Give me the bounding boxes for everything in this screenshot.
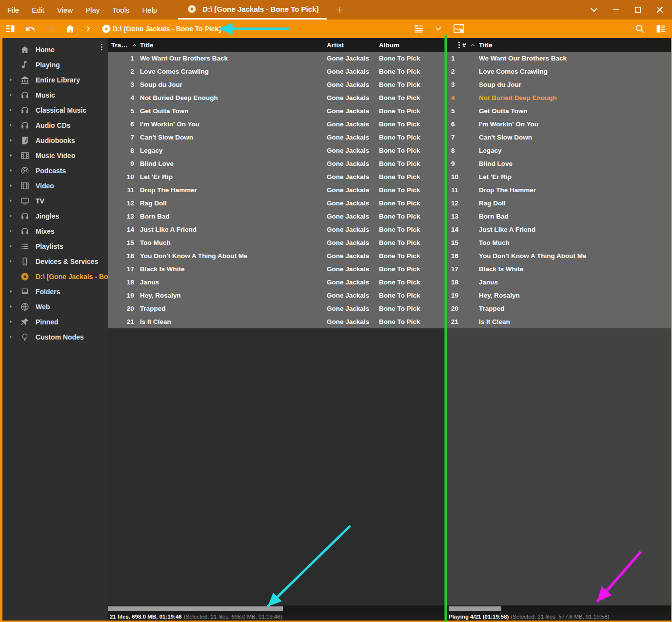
caret-right-icon[interactable] (9, 78, 13, 82)
table-row[interactable]: 21 Is It Clean Gone Jackals Bone To Pick (108, 315, 445, 328)
table-row[interactable]: 14 Just Like A Friend (447, 223, 671, 236)
table-row[interactable]: 10 Let 'Er Rip Gone Jackals Bone To Pick (108, 170, 445, 183)
redo-icon[interactable] (45, 23, 56, 34)
sidebar-item[interactable]: Web (2, 299, 108, 314)
sidebar-item[interactable]: Playing (2, 57, 108, 72)
caret-right-icon[interactable] (9, 244, 13, 248)
scrollbar-thumb[interactable] (449, 606, 501, 611)
column-header-title[interactable]: Title (479, 38, 493, 52)
undo-icon[interactable] (25, 23, 36, 34)
table-row[interactable]: 7 Can't Slow Down Gone Jackals Bone To P… (108, 131, 445, 144)
caret-right-icon[interactable] (9, 183, 13, 188)
caret-right-icon[interactable] (9, 168, 13, 173)
table-row[interactable]: 5 Get Outta Town Gone Jackals Bone To Pi… (108, 104, 445, 118)
sidebar-item[interactable]: TV (2, 193, 108, 208)
table-row[interactable]: 2 Love Comes Crawling (447, 65, 671, 78)
disc-icon[interactable] (101, 23, 112, 34)
caret-right-icon[interactable] (9, 335, 13, 339)
right-horizontal-scrollbar[interactable] (447, 605, 671, 612)
breadcrumb[interactable]: D:\ [Gone Jackals - Bone To Pick] (113, 25, 221, 33)
sidebar-item[interactable]: Audiobooks (2, 133, 108, 148)
sidebar-item[interactable]: Audio CDs (2, 118, 108, 133)
table-row[interactable]: 16 You Don't Know A Thing About Me Gone … (108, 249, 445, 262)
search-icon[interactable] (634, 23, 645, 34)
table-row[interactable]: 13 Born Bad Gone Jackals Bone To Pick (108, 210, 445, 223)
caret-right-icon[interactable] (9, 153, 13, 158)
table-row[interactable]: 3 Soup du Jour Gone Jackals Bone To Pick (108, 78, 445, 91)
minimize-icon[interactable] (612, 5, 620, 14)
sidebar-item[interactable]: Home (2, 42, 108, 57)
sidebar-item[interactable]: Custom Nodes (2, 329, 108, 344)
menu-play[interactable]: Play (79, 0, 106, 20)
caret-right-icon[interactable] (9, 320, 13, 324)
caret-right-icon[interactable] (9, 304, 13, 309)
menu-tools[interactable]: Tools (106, 0, 136, 20)
columns-icon[interactable] (655, 23, 666, 34)
caret-right-icon[interactable] (9, 138, 13, 142)
column-header-number[interactable]: # (462, 38, 475, 52)
home-icon[interactable] (65, 23, 76, 34)
table-row[interactable]: 17 Black Is White (447, 262, 671, 276)
caret-right-icon[interactable] (9, 214, 13, 218)
table-row[interactable]: 1 We Want Our Brothers Back Gone Jackals… (108, 52, 445, 65)
caret-right-icon[interactable] (9, 123, 13, 127)
table-row[interactable]: 4 Not Buried Deep Enough Gone Jackals Bo… (108, 91, 445, 104)
caret-right-icon[interactable] (9, 93, 13, 97)
sidebar-item[interactable]: Jingles (2, 208, 108, 223)
caret-right-icon[interactable] (9, 108, 13, 112)
chevron-down-icon[interactable] (590, 5, 598, 14)
table-row[interactable]: 13 Born Bad (447, 210, 671, 223)
close-icon[interactable] (655, 5, 664, 14)
table-row[interactable]: 11 Drop The Hammer (447, 183, 671, 197)
column-header-title[interactable]: Title (136, 41, 324, 49)
sql-icon[interactable]: SQL (453, 22, 465, 35)
panel-toggle-icon[interactable] (5, 23, 16, 34)
column-header-artist[interactable]: Artist (324, 41, 376, 49)
list-layout-icon[interactable] (414, 23, 424, 34)
chevron-right-icon[interactable] (85, 25, 92, 32)
table-row[interactable]: 21 Is It Clean (447, 315, 671, 328)
caret-right-icon[interactable] (9, 289, 13, 294)
sidebar-item[interactable]: Entire Library (2, 72, 108, 87)
table-row[interactable]: 1 We Want Our Brothers Back (447, 52, 671, 65)
caret-right-icon[interactable] (9, 229, 13, 233)
sidebar-item[interactable]: Podcasts (2, 163, 108, 178)
caret-right-icon[interactable] (9, 259, 13, 263)
table-row[interactable]: 8 Legacy Gone Jackals Bone To Pick (108, 144, 445, 157)
sidebar-item[interactable]: Video (2, 178, 108, 193)
sidebar-item[interactable]: Folders (2, 284, 108, 299)
kebab-icon[interactable] (98, 43, 106, 51)
table-row[interactable]: 6 I'm Workin' On You (447, 118, 671, 131)
sidebar-item[interactable]: Music (2, 87, 108, 102)
table-row[interactable]: 10 Let 'Er Rip (447, 170, 671, 183)
column-header-track[interactable]: Tra… (108, 41, 136, 49)
table-row[interactable]: 18 Janus Gone Jackals Bone To Pick (108, 276, 445, 289)
table-row[interactable]: 8 Legacy (447, 144, 671, 157)
sidebar-item[interactable]: Playlists (2, 239, 108, 254)
table-row[interactable]: 12 Rag Doll Gone Jackals Bone To Pick (108, 197, 445, 210)
table-row[interactable]: 17 Black Is White Gone Jackals Bone To P… (108, 262, 445, 276)
table-row[interactable]: 2 Love Comes Crawling Gone Jackals Bone … (108, 65, 445, 78)
table-row[interactable]: 16 You Don't Know A Thing About Me (447, 249, 671, 262)
table-row[interactable]: 20 Trapped Gone Jackals Bone To Pick (108, 302, 445, 315)
table-row[interactable]: 6 I'm Workin' On You Gone Jackals Bone T… (108, 118, 445, 131)
active-tab[interactable]: D:\ [Gone Jackals - Bone To Pick] (178, 0, 327, 20)
table-row[interactable]: 19 Hey, Rosalyn (447, 289, 671, 302)
table-row[interactable]: 9 Blind Love (447, 157, 671, 170)
menu-help[interactable]: Help (136, 0, 164, 20)
sidebar-item[interactable]: D:\ [Gone Jackals - Bone To (2, 269, 108, 284)
new-tab-button[interactable] (335, 0, 344, 20)
sidebar-item[interactable]: Music Video (2, 148, 108, 163)
sidebar-item[interactable]: Mixes (2, 223, 108, 239)
maximize-icon[interactable] (633, 5, 642, 14)
sidebar-item[interactable]: Devices & Services (2, 254, 108, 269)
table-row[interactable]: 15 Too Much (447, 236, 671, 249)
sidebar-item[interactable]: Pinned (2, 314, 108, 329)
table-row[interactable]: 12 Rag Doll (447, 197, 671, 210)
table-row[interactable]: 7 Can't Slow Down (447, 131, 671, 144)
menu-edit[interactable]: Edit (25, 0, 51, 20)
left-horizontal-scrollbar[interactable] (108, 605, 445, 612)
table-row[interactable]: 4 Not Buried Deep Enough (447, 91, 671, 104)
table-row[interactable]: 14 Just Like A Friend Gone Jackals Bone … (108, 223, 445, 236)
caret-right-icon[interactable] (9, 199, 13, 203)
